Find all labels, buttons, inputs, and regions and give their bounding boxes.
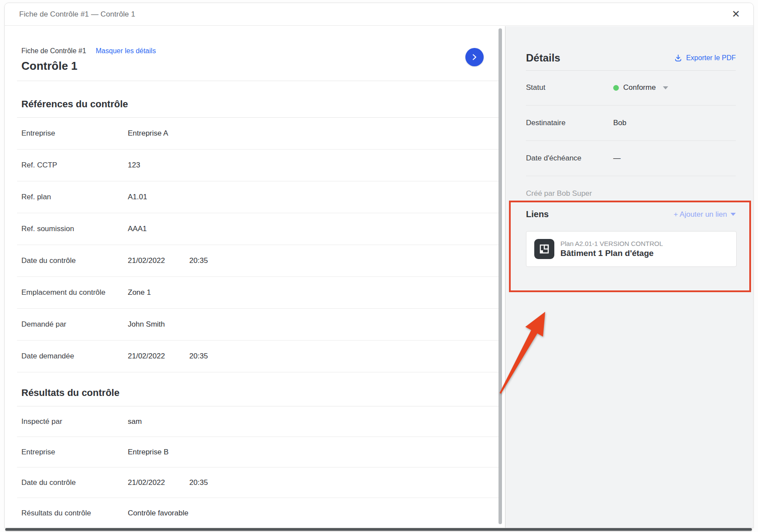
row-label: Date demandée: [21, 352, 128, 361]
row-value-date: 21/02/2022: [128, 478, 165, 487]
row-value: 123: [128, 161, 140, 170]
row-value: Zone 1: [128, 288, 151, 297]
links-heading: Liens: [526, 209, 549, 219]
close-icon[interactable]: ✕: [728, 7, 744, 21]
form-number-label: Fiche de Contrôle #1: [21, 47, 86, 55]
table-row: Date demandée 21/02/2022 20:35: [17, 341, 501, 372]
window-bottom-edge: [5, 528, 752, 531]
collapse-panel-button[interactable]: [465, 48, 484, 66]
row-label: Entreprise: [21, 129, 128, 138]
details-panel: Détails Exporter le PDF Statut Conforme: [505, 26, 753, 528]
row-value: Contrôle favorable: [128, 509, 188, 518]
table-row: Entreprise Entreprise B: [17, 437, 501, 467]
recipient-row: Destinataire Bob: [526, 106, 736, 141]
status-dot-icon: [613, 85, 619, 91]
divider: [526, 70, 736, 71]
form-header: Fiche de Contrôle #1 Masquer les détails…: [17, 26, 501, 81]
row-label: Demandé par: [21, 320, 128, 329]
table-row: Date du contrôle 21/02/2022 20:35: [17, 467, 501, 498]
table-row: Demandé par John Smith: [17, 309, 501, 341]
row-label: Emplacement du contrôle: [21, 288, 128, 297]
modal-window: Fiche de Contrôle #1 — Contrôle 1 ✕ Fich…: [4, 3, 754, 528]
row-label: Ref. plan: [21, 193, 128, 201]
table-row: Ref. plan A1.01: [17, 181, 501, 213]
row-value: sam: [128, 417, 142, 426]
details-heading: Détails: [526, 52, 560, 64]
status-badge: Conforme: [623, 83, 656, 92]
form-panel: Fiche de Contrôle #1 Masquer les détails…: [5, 26, 505, 528]
export-pdf-label: Exporter le PDF: [686, 54, 736, 62]
chevron-down-icon: [663, 86, 668, 89]
section-heading-results: Résultats du contrôle: [17, 372, 501, 406]
row-label: Date d'échéance: [526, 154, 613, 163]
status-row: Statut Conforme: [526, 70, 736, 106]
row-value-date: 21/02/2022: [128, 256, 165, 265]
table-row: Entreprise Entreprise A: [17, 118, 501, 150]
plan-icon: [534, 239, 554, 259]
row-value-time: 20:35: [189, 352, 208, 361]
row-label: Inspecté par: [21, 417, 128, 426]
row-value-time: 20:35: [189, 256, 208, 265]
add-link-label: + Ajouter un lien: [674, 210, 727, 219]
row-label: Ref. soumission: [21, 225, 128, 233]
row-label: Destinataire: [526, 119, 613, 127]
section-heading-references: Références du contrôle: [17, 81, 501, 118]
row-label: Date du contrôle: [21, 478, 128, 487]
status-dropdown[interactable]: Conforme: [613, 83, 668, 92]
row-label: Entreprise: [21, 448, 128, 457]
linked-plan-card[interactable]: Plan A2.01-1 VERSION CONTROL Bâtiment 1 …: [526, 231, 737, 267]
links-section: Liens + Ajouter un lien: [526, 209, 736, 267]
export-pdf-button[interactable]: Exporter le PDF: [674, 54, 736, 62]
table-row: Ref. CCTP 123: [17, 150, 501, 181]
created-by-text: Créé par Bob Super: [526, 189, 736, 198]
hide-details-link[interactable]: Masquer les détails: [96, 47, 156, 55]
linked-plan-name: Bâtiment 1 Plan d'étage: [560, 249, 663, 258]
row-label: Résultats du contrôle: [21, 509, 128, 518]
row-value: Bob: [613, 119, 626, 127]
row-value: AAA1: [128, 225, 147, 233]
due-date-row: Date d'échéance —: [526, 141, 736, 176]
window-title: Fiche de Contrôle #1 — Contrôle 1: [19, 10, 135, 19]
table-row: Date du contrôle 21/02/2022 20:35: [17, 245, 501, 277]
add-link-dropdown[interactable]: + Ajouter un lien: [674, 210, 736, 219]
scrollbar-thumb[interactable]: [499, 28, 502, 524]
download-icon: [674, 54, 682, 62]
table-row: Inspecté par sam: [17, 406, 501, 437]
row-value: —: [613, 154, 621, 163]
chevron-down-icon: [731, 213, 736, 216]
chevron-right-icon: [471, 54, 478, 61]
table-row: Résultats du contrôle Contrôle favorable: [17, 498, 501, 528]
linked-plan-kind: Plan A2.01-1 VERSION CONTROL: [560, 240, 663, 247]
table-row: Ref. soumission AAA1: [17, 213, 501, 245]
table-row: Emplacement du contrôle Zone 1: [17, 277, 501, 309]
row-value: A1.01: [128, 193, 147, 201]
row-value-time: 20:35: [189, 478, 208, 487]
row-value: Entreprise A: [128, 129, 168, 138]
top-bar: Fiche de Contrôle #1 — Contrôle 1 ✕: [5, 3, 753, 26]
row-value: John Smith: [128, 320, 165, 329]
row-label: Date du contrôle: [21, 256, 128, 265]
row-value: Entreprise B: [128, 448, 169, 457]
row-label: Ref. CCTP: [21, 161, 128, 170]
page-title: Contrôle 1: [21, 59, 497, 73]
row-label: Statut: [526, 83, 613, 92]
row-value-date: 21/02/2022: [128, 352, 165, 361]
